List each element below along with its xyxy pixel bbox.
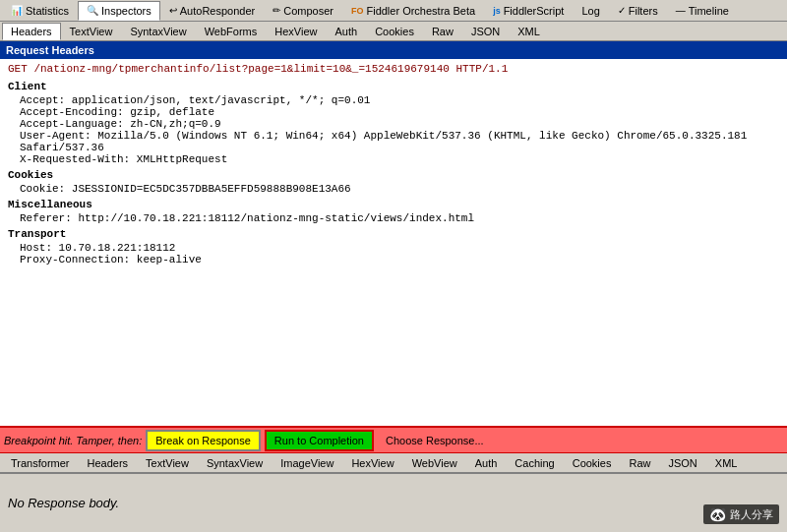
header-line: Referer: http://10.70.18.221:18112/natio… <box>20 212 779 224</box>
header-line: Proxy-Connection: keep-alive <box>20 254 779 266</box>
run-to-completion-button[interactable]: Run to Completion <box>265 430 374 451</box>
watermark-icon: 🐼 <box>709 506 726 522</box>
lower-subtab-headers[interactable]: Headers <box>79 454 138 472</box>
tab-filters[interactable]: ✓ Filters <box>609 1 667 21</box>
autoresponder-icon: ↩ <box>169 5 177 16</box>
tab-fiddlerscript[interactable]: js FiddlerScript <box>484 1 573 21</box>
no-response-text: No Response body. <box>8 496 119 510</box>
header-line: X-Requested-With: XMLHttpRequest <box>20 153 779 165</box>
lower-subtab-raw[interactable]: Raw <box>620 454 659 472</box>
lower-subtab-textview[interactable]: TextView <box>137 454 198 472</box>
subtab-cookies[interactable]: Cookies <box>366 23 423 40</box>
breakpoint-label: Breakpoint hit. Tamper, then: <box>4 435 142 446</box>
upper-pane: Headers TextView SyntaxView WebForms Hex… <box>0 22 787 453</box>
subtab-textview[interactable]: TextView <box>61 23 122 40</box>
tab-log[interactable]: Log <box>573 1 608 21</box>
lower-content-area: No Response body. <box>0 473 787 532</box>
header-line: Host: 10.70.18.221:18112 <box>20 242 779 254</box>
subtab-xml[interactable]: XML <box>509 23 549 40</box>
statistics-icon: 📊 <box>11 5 23 16</box>
transport-section-title: Transport <box>8 228 779 240</box>
lower-subtab-xml[interactable]: XML <box>706 454 747 472</box>
lower-subtab-webview[interactable]: WebView <box>403 454 466 472</box>
lower-subtab-transformer[interactable]: Transformer <box>2 454 79 472</box>
top-toolbar: 📊 Statistics 🔍 Inspectors ↩ AutoResponde… <box>0 0 787 22</box>
transport-section: Transport Host: 10.70.18.221:18112 Proxy… <box>8 228 779 266</box>
header-line: User-Agent: Mozilla/5.0 (Windows NT 6.1;… <box>20 130 779 153</box>
lower-subtab-bar: Transformer Headers TextView SyntaxView … <box>0 453 787 473</box>
fiddler-orchestra-icon: FO <box>351 6 364 16</box>
subtab-auth[interactable]: Auth <box>327 23 367 40</box>
lower-subtab-auth[interactable]: Auth <box>466 454 507 472</box>
filters-icon: ✓ <box>618 5 626 16</box>
tab-composer[interactable]: ✏ Composer <box>264 1 342 21</box>
lower-subtab-json[interactable]: JSON <box>659 454 705 472</box>
composer-icon: ✏ <box>272 5 280 16</box>
fiddlerscript-icon: js <box>493 6 501 16</box>
subtab-json[interactable]: JSON <box>462 23 509 40</box>
header-line: Cookie: JSESSIONID=EC5DC357DBBA5EFFD5988… <box>20 183 779 195</box>
subtab-headers[interactable]: Headers <box>2 23 61 40</box>
subtab-syntaxview[interactable]: SyntaxView <box>121 23 195 40</box>
lower-pane: Transformer Headers TextView SyntaxView … <box>0 453 787 532</box>
headers-content: GET /nationz-mng/tpmerchantinfo/list?pag… <box>0 59 787 269</box>
subtab-raw[interactable]: Raw <box>423 23 462 40</box>
choose-response-button[interactable]: Choose Response... <box>378 433 492 448</box>
tab-fiddler-orchestra[interactable]: FO Fiddler Orchestra Beta <box>342 1 484 21</box>
break-on-response-button[interactable]: Break on Response <box>146 430 261 451</box>
header-line: Accept: application/json, text/javascrip… <box>20 94 779 106</box>
main-container: 📊 Statistics 🔍 Inspectors ↩ AutoResponde… <box>0 0 787 532</box>
lower-subtab-hexview[interactable]: HexView <box>342 454 402 472</box>
misc-section-title: Miscellaneous <box>8 199 779 210</box>
lower-subtab-imageview[interactable]: ImageView <box>272 454 342 472</box>
cookies-section: Cookies Cookie: JSESSIONID=EC5DC357DBBA5… <box>8 169 779 195</box>
upper-content-area: GET /nationz-mng/tpmerchantinfo/list?pag… <box>0 59 787 426</box>
tab-inspectors[interactable]: 🔍 Inspectors <box>78 1 160 21</box>
cookies-section-title: Cookies <box>8 169 779 181</box>
upper-subtab-bar: Headers TextView SyntaxView WebForms Hex… <box>0 22 787 41</box>
subtab-hexview[interactable]: HexView <box>266 23 326 40</box>
lower-subtab-cookies[interactable]: Cookies <box>564 454 621 472</box>
subtab-webforms[interactable]: WebForms <box>196 23 267 40</box>
client-section: Client Accept: application/json, text/ja… <box>8 81 779 165</box>
url-line: GET /nationz-mng/tpmerchantinfo/list?pag… <box>8 63 779 75</box>
breakpoint-bar: Breakpoint hit. Tamper, then: Break on R… <box>0 426 787 453</box>
tab-statistics[interactable]: 📊 Statistics <box>2 1 78 21</box>
request-headers-title: Request Headers <box>0 41 787 59</box>
header-line: Accept-Encoding: gzip, deflate <box>20 106 779 118</box>
client-section-title: Client <box>8 81 779 92</box>
lower-subtab-syntaxview[interactable]: SyntaxView <box>198 454 272 472</box>
tab-autoresponder[interactable]: ↩ AutoResponder <box>160 1 264 21</box>
watermark: 🐼 路人分享 <box>703 504 779 524</box>
watermark-text: 路人分享 <box>730 507 773 522</box>
misc-section: Miscellaneous Referer: http://10.70.18.2… <box>8 199 779 224</box>
header-line: Accept-Language: zh-CN,zh;q=0.9 <box>20 118 779 130</box>
inspectors-icon: 🔍 <box>87 5 98 16</box>
tab-timeline[interactable]: — Timeline <box>667 1 738 21</box>
lower-subtab-caching[interactable]: Caching <box>506 454 563 472</box>
timeline-icon: — <box>676 5 686 16</box>
